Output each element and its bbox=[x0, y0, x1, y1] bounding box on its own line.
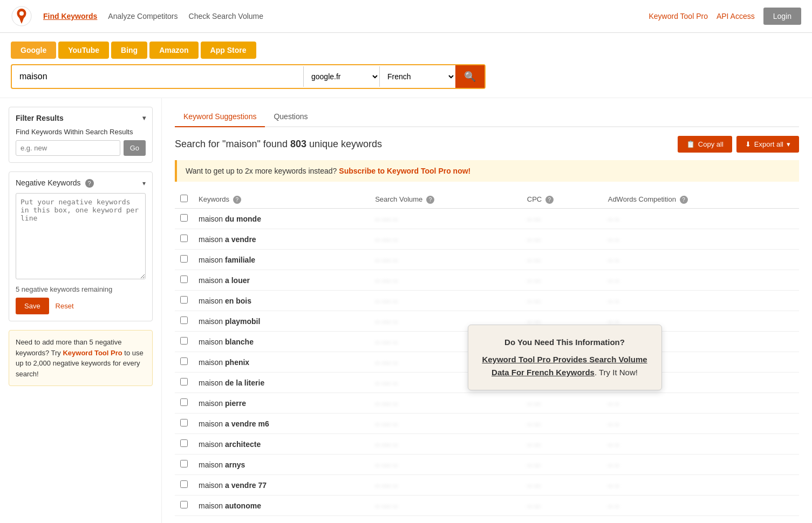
keyword-start: maison bbox=[199, 419, 225, 428]
neg-chevron-icon[interactable]: ▾ bbox=[142, 180, 146, 187]
tab-appstore[interactable]: App Store bbox=[201, 42, 256, 59]
volume-value: -- ---- -- bbox=[375, 461, 398, 469]
cpc-cell: -- --- bbox=[522, 414, 603, 434]
reset-link[interactable]: Reset bbox=[56, 302, 74, 310]
search-button[interactable]: 🔍 bbox=[455, 65, 485, 88]
cpc-help-icon[interactable]: ? bbox=[545, 196, 554, 204]
row-checkbox[interactable] bbox=[180, 316, 188, 324]
tab-amazon[interactable]: Amazon bbox=[149, 42, 198, 59]
copy-icon: 📋 bbox=[686, 140, 695, 148]
keyword-cell: maison autonome bbox=[193, 496, 370, 516]
keyword-bold: a louer bbox=[225, 276, 250, 285]
tab-questions[interactable]: Questions bbox=[265, 107, 316, 127]
row-checkbox[interactable] bbox=[180, 235, 188, 242]
export-all-button[interactable]: ⬇ Export all ▾ bbox=[736, 136, 799, 153]
tooltip-line1: Do You Need This Information? bbox=[481, 336, 649, 349]
volume-value: -- ---- -- bbox=[375, 318, 398, 326]
comp-value: -- -- bbox=[608, 481, 619, 490]
nav-check-search-volume[interactable]: Check Search Volume bbox=[189, 12, 264, 20]
comp-cell: -- -- bbox=[603, 229, 799, 250]
comp-value: -- -- bbox=[608, 236, 619, 244]
row-checkbox-cell bbox=[175, 270, 193, 291]
keyword-tool-pro-link[interactable]: Keyword Tool Pro bbox=[649, 12, 707, 20]
main-nav: Find Keywords Analyze Competitors Check … bbox=[43, 12, 263, 20]
comp-cell: -- -- bbox=[603, 475, 799, 496]
filter-chevron-icon[interactable]: ▾ bbox=[142, 114, 146, 122]
row-checkbox[interactable] bbox=[180, 276, 188, 283]
table-row: maison du monde -- ---- -- -- --- -- -- bbox=[175, 209, 799, 229]
neg-remaining: 5 negative keywords remaining bbox=[16, 285, 146, 293]
copy-all-button[interactable]: 📋 Copy all bbox=[678, 136, 732, 153]
row-checkbox[interactable] bbox=[180, 296, 188, 304]
keyword-bold: familiale bbox=[225, 256, 255, 264]
results-area: Keyword Suggestions Questions Search for… bbox=[162, 98, 812, 523]
promo-link[interactable]: Subscribe to Keyword Tool Pro now! bbox=[339, 167, 470, 175]
keyword-start: maison bbox=[199, 440, 225, 449]
cpc-cell: -- --- bbox=[522, 475, 603, 496]
results-count-text: Search for "maison" found 803 unique key… bbox=[175, 139, 382, 150]
comp-value: -- -- bbox=[608, 441, 619, 449]
results-actions: 📋 Copy all ⬇ Export all ▾ bbox=[678, 136, 799, 153]
keyword-bold: a vendre m6 bbox=[225, 419, 269, 428]
download-icon: ⬇ bbox=[745, 140, 751, 148]
save-button[interactable]: Save bbox=[16, 298, 49, 314]
cpc-value: -- --- bbox=[527, 236, 541, 244]
nav-analyze-competitors[interactable]: Analyze Competitors bbox=[108, 12, 178, 20]
row-checkbox[interactable] bbox=[180, 480, 188, 488]
tooltip-link[interactable]: Keyword Tool Pro Provides Search Volume … bbox=[481, 353, 649, 379]
keyword-bold: autonome bbox=[225, 501, 261, 510]
upgrade-link[interactable]: Keyword Tool Pro bbox=[63, 349, 122, 357]
row-checkbox-cell bbox=[175, 393, 193, 414]
volume-cell: -- ---- -- bbox=[370, 229, 522, 250]
negative-keywords-textarea[interactable] bbox=[16, 193, 146, 279]
keywords-help-icon[interactable]: ? bbox=[233, 196, 241, 204]
keyword-bold: architecte bbox=[225, 440, 261, 449]
keyword-start: maison bbox=[199, 276, 225, 285]
select-all-checkbox[interactable] bbox=[180, 195, 188, 202]
tab-keyword-suggestions[interactable]: Keyword Suggestions bbox=[175, 107, 265, 127]
cpc-cell: -- --- bbox=[522, 250, 603, 270]
search-input[interactable] bbox=[12, 66, 303, 87]
volume-value: -- ---- -- bbox=[375, 215, 398, 223]
nav-find-keywords[interactable]: Find Keywords bbox=[43, 12, 97, 20]
keyword-bold: a vendre bbox=[225, 235, 256, 244]
login-button[interactable]: Login bbox=[763, 8, 801, 25]
row-checkbox[interactable] bbox=[180, 357, 188, 365]
cpc-value: -- --- bbox=[527, 256, 541, 264]
results-tabs: Keyword Suggestions Questions bbox=[175, 107, 799, 127]
tab-bing[interactable]: Bing bbox=[111, 42, 147, 59]
table-row: maison a vendre m6 -- ---- -- -- --- -- … bbox=[175, 414, 799, 434]
engine-select[interactable]: google.fr google.com bbox=[304, 66, 379, 87]
row-checkbox[interactable] bbox=[180, 337, 188, 345]
promo-banner: Want to get up to 2x more keywords inste… bbox=[175, 160, 799, 182]
keyword-cell: maison en bois bbox=[193, 291, 370, 311]
keyword-cell: maison phenix bbox=[193, 352, 370, 373]
volume-cell: -- ---- -- bbox=[370, 270, 522, 291]
row-checkbox[interactable] bbox=[180, 419, 188, 426]
api-access-link[interactable]: API Access bbox=[717, 12, 755, 20]
keyword-start: maison bbox=[199, 317, 225, 326]
row-checkbox[interactable] bbox=[180, 214, 188, 222]
row-checkbox[interactable] bbox=[180, 378, 188, 386]
cpc-cell: -- --- bbox=[522, 434, 603, 455]
keyword-bold: a vendre 77 bbox=[225, 481, 267, 490]
filter-input[interactable] bbox=[16, 140, 120, 156]
row-checkbox[interactable] bbox=[180, 439, 188, 447]
row-checkbox-cell bbox=[175, 496, 193, 516]
row-checkbox[interactable] bbox=[180, 255, 188, 263]
language-select[interactable]: French English bbox=[380, 66, 455, 87]
negative-keywords-label: Negative Keywords ? bbox=[16, 178, 94, 188]
comp-help-icon[interactable]: ? bbox=[680, 196, 688, 204]
row-checkbox[interactable] bbox=[180, 501, 188, 508]
row-checkbox[interactable] bbox=[180, 398, 188, 406]
volume-cell: -- ---- -- bbox=[370, 291, 522, 311]
volume-help-icon[interactable]: ? bbox=[426, 196, 434, 204]
volume-value: -- ---- -- bbox=[375, 359, 398, 367]
volume-value: -- ---- -- bbox=[375, 420, 398, 428]
row-checkbox[interactable] bbox=[180, 460, 188, 467]
volume-value: -- ---- -- bbox=[375, 400, 398, 408]
tab-google[interactable]: Google bbox=[11, 42, 56, 59]
filter-go-button[interactable]: Go bbox=[124, 140, 146, 156]
tab-youtube[interactable]: YouTube bbox=[58, 42, 109, 59]
neg-help-icon[interactable]: ? bbox=[85, 179, 94, 188]
